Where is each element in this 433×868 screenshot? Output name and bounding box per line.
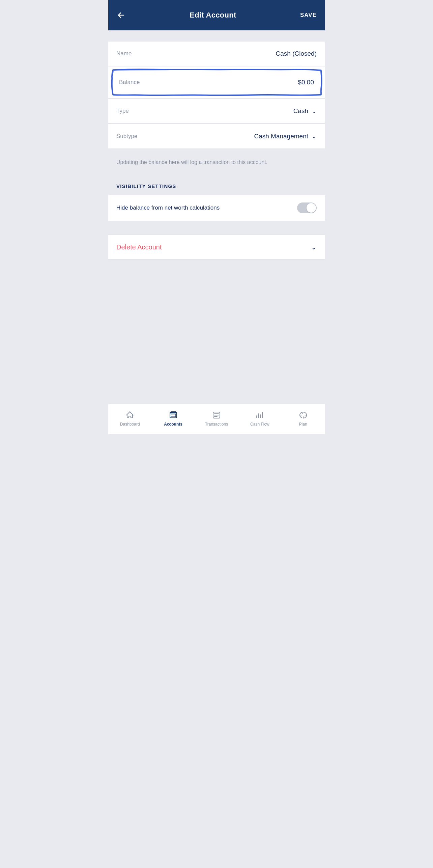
toggle-knob xyxy=(307,203,316,213)
delete-label: Delete Account xyxy=(116,243,162,251)
page-title: Edit Account xyxy=(190,11,236,20)
type-row[interactable]: Type Cash ⌄ xyxy=(108,99,325,123)
accounts-icon xyxy=(169,410,178,420)
transactions-icon xyxy=(212,410,221,420)
info-box: Updating the balance here will log a tra… xyxy=(108,149,325,176)
top-spacer xyxy=(108,30,325,41)
nav-item-plan[interactable]: Plan xyxy=(282,404,325,431)
save-button[interactable]: SAVE xyxy=(300,12,317,19)
info-text: Updating the balance here will log a tra… xyxy=(116,158,317,166)
dashboard-icon xyxy=(125,410,135,420)
header: Edit Account SAVE xyxy=(108,0,325,30)
svg-rect-1 xyxy=(171,414,176,417)
hide-balance-row: Hide balance from net worth calculations xyxy=(108,195,325,221)
subtype-section: Subtype Cash Management ⌄ xyxy=(108,124,325,149)
type-chevron-icon: ⌄ xyxy=(312,107,317,115)
nav-label-accounts: Accounts xyxy=(164,422,182,427)
bottom-navigation: Dashboard Accounts Transactions Cash Flo… xyxy=(108,404,325,434)
visibility-title: VISIBILITY SETTINGS xyxy=(116,183,176,189)
nav-label-dashboard: Dashboard xyxy=(120,422,140,427)
delete-chevron-icon: ⌄ xyxy=(311,243,317,251)
nav-item-dashboard[interactable]: Dashboard xyxy=(108,404,151,431)
subtype-value: Cash Management xyxy=(254,133,308,140)
subtype-dropdown[interactable]: Cash Management ⌄ xyxy=(254,133,317,140)
nav-label-cashflow: Cash Flow xyxy=(250,422,269,427)
subtype-row[interactable]: Subtype Cash Management ⌄ xyxy=(108,124,325,148)
hide-balance-toggle[interactable] xyxy=(297,202,317,213)
name-label: Name xyxy=(116,50,132,57)
back-button[interactable] xyxy=(116,11,126,19)
nav-label-plan: Plan xyxy=(299,422,307,427)
nav-item-transactions[interactable]: Transactions xyxy=(195,404,238,431)
subtype-chevron-icon: ⌄ xyxy=(312,133,317,140)
type-label: Type xyxy=(116,108,129,114)
balance-value[interactable]: $0.00 xyxy=(298,79,314,86)
middle-spacer xyxy=(108,221,325,235)
name-row: Name Cash (Closed) xyxy=(108,42,325,66)
type-dropdown[interactable]: Cash ⌄ xyxy=(293,107,317,115)
bottom-spacer xyxy=(108,260,325,404)
nav-item-cashflow[interactable]: Cash Flow xyxy=(238,404,281,431)
name-section: Name Cash (Closed) xyxy=(108,41,325,66)
subtype-label: Subtype xyxy=(116,133,137,140)
balance-row[interactable]: Balance $0.00 xyxy=(112,70,321,95)
type-section: Type Cash ⌄ xyxy=(108,99,325,124)
name-value[interactable]: Cash (Closed) xyxy=(276,50,317,57)
hide-balance-label: Hide balance from net worth calculations xyxy=(116,205,297,211)
plan-icon xyxy=(298,410,308,420)
balance-section: Balance $0.00 xyxy=(108,66,325,99)
balance-highlight-wrapper: Balance $0.00 xyxy=(112,70,321,95)
delete-row[interactable]: Delete Account ⌄ xyxy=(108,235,325,259)
type-value: Cash xyxy=(293,107,308,115)
nav-item-accounts[interactable]: Accounts xyxy=(151,404,195,431)
balance-label: Balance xyxy=(119,79,140,86)
delete-section: Delete Account ⌄ xyxy=(108,235,325,260)
toggle-section: Hide balance from net worth calculations xyxy=(108,195,325,221)
cashflow-icon xyxy=(255,410,264,420)
visibility-section-header: VISIBILITY SETTINGS xyxy=(108,176,325,195)
nav-label-transactions: Transactions xyxy=(205,422,228,427)
